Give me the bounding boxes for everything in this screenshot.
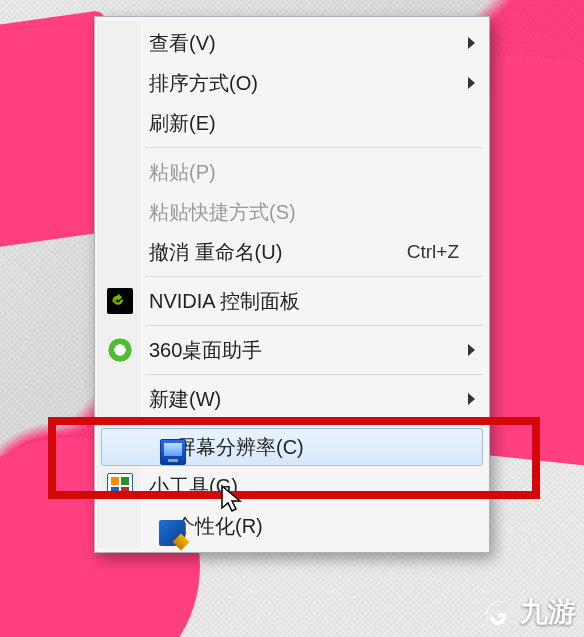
- monitor-icon: [160, 439, 186, 465]
- watermark-text: 九游: [520, 593, 576, 631]
- chevron-right-icon: [468, 344, 475, 356]
- menu-item-label: 360桌面助手: [149, 337, 459, 364]
- menu-item-label: 屏幕分辨率(C): [176, 434, 454, 461]
- menu-item-refresh[interactable]: 刷新(E): [97, 103, 487, 143]
- menu-item-label: 排序方式(O): [149, 70, 459, 97]
- 360-icon: [107, 337, 133, 363]
- menu-item-label: 查看(V): [149, 30, 459, 57]
- watermark: 九游: [480, 593, 576, 631]
- menu-item-label: 个性化(R): [175, 513, 459, 540]
- menu-item-label: NVIDIA 控制面板: [149, 288, 459, 315]
- menu-separator: [145, 325, 483, 326]
- chevron-right-icon: [468, 77, 475, 89]
- menu-item-view[interactable]: 查看(V): [97, 23, 487, 63]
- watermark-logo-icon: [480, 595, 514, 629]
- nvidia-icon: [107, 288, 133, 314]
- menu-item-gadgets[interactable]: 小工具(G): [97, 466, 487, 506]
- menu-item-paste: 粘贴(P): [97, 152, 487, 192]
- chevron-right-icon: [468, 37, 475, 49]
- menu-item-undo-rename[interactable]: 撤消 重命名(U) Ctrl+Z: [97, 232, 487, 272]
- menu-item-label: 小工具(G): [149, 473, 459, 500]
- menu-item-new[interactable]: 新建(W): [97, 379, 487, 419]
- menu-item-label: 新建(W): [149, 386, 459, 413]
- menu-separator: [145, 147, 483, 148]
- menu-item-nvidia[interactable]: NVIDIA 控制面板: [97, 281, 487, 321]
- menu-item-personalize[interactable]: 个性化(R): [97, 506, 487, 546]
- menu-separator: [145, 276, 483, 277]
- menu-separator: [145, 423, 483, 424]
- menu-item-paste-shortcut: 粘贴快捷方式(S): [97, 192, 487, 232]
- menu-item-label: 粘贴快捷方式(S): [149, 199, 459, 226]
- menu-item-label: 粘贴(P): [149, 159, 459, 186]
- menu-item-shortcut: Ctrl+Z: [407, 241, 459, 263]
- menu-item-label: 刷新(E): [149, 110, 459, 137]
- chevron-right-icon: [468, 393, 475, 405]
- personalize-icon: [159, 520, 185, 546]
- menu-item-sort[interactable]: 排序方式(O): [97, 63, 487, 103]
- gadget-icon: [107, 473, 133, 499]
- menu-item-screen-resolution[interactable]: 屏幕分辨率(C): [101, 428, 483, 466]
- menu-separator: [145, 374, 483, 375]
- context-menu: 查看(V) 排序方式(O) 刷新(E) 粘贴(P) 粘贴快捷方式(S) 撤消 重…: [94, 16, 490, 553]
- menu-item-label: 撤消 重命名(U): [149, 239, 383, 266]
- menu-item-360[interactable]: 360桌面助手: [97, 330, 487, 370]
